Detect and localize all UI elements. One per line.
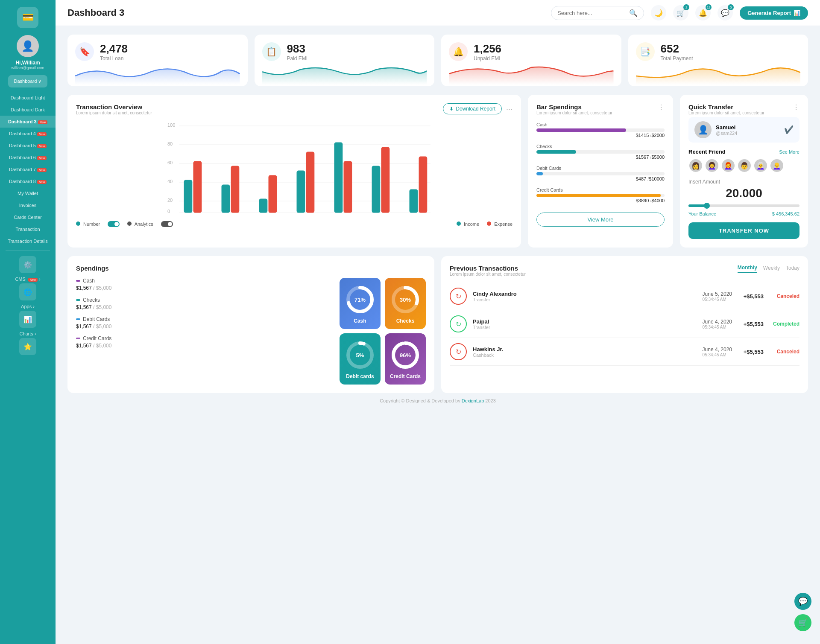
number-label: Number (83, 221, 100, 227)
amount-slider-thumb[interactable] (704, 203, 710, 209)
search-icon[interactable]: 🔍 (629, 9, 638, 17)
bar-spendings-more-icon[interactable]: ⋮ (658, 103, 665, 111)
unpaid-emi-label: Unpaid EMI (474, 55, 501, 61)
spending-checks-values: $1567 /$5000 (536, 154, 665, 160)
sidebar-item-transaction[interactable]: Transaction (0, 223, 56, 235)
spendings-checks-label: Checks (76, 297, 333, 303)
sidebar-item-label: Dashboard 7 (9, 167, 36, 172)
svg-text:71%: 71% (354, 297, 366, 303)
tx-name-1: Cindy Alexandro (473, 291, 697, 297)
sidebar-item-dashboard-6[interactable]: Dashboard 6New (0, 152, 56, 163)
sidebar-item-dashboard-light[interactable]: Dashboard Light (0, 92, 56, 104)
donut-credit-label: Credit Cards (390, 373, 421, 379)
download-report-button[interactable]: ⬇ Download Report (443, 103, 502, 114)
paid-emi-icon: 📋 (262, 42, 281, 61)
sidebar-username: Hi,William (15, 60, 40, 66)
transfer-now-button[interactable]: TRANSFER NOW (688, 222, 800, 239)
sidebar-item-dashboard-5[interactable]: Dashboard 5New (0, 140, 56, 152)
bar-spendings-card: Bar Spendings Lorem ipsum dolor sit amet… (528, 95, 673, 248)
spending-checks-label: Checks (536, 144, 665, 149)
bar-spendings-title: Bar Spendings (536, 103, 612, 111)
sidebar-item-label: Dashboard Light (11, 95, 45, 100)
transaction-overview-card: Transaction Overview Lorem ipsum dolor s… (67, 95, 521, 248)
moon-btn[interactable]: 🌙 (651, 5, 666, 20)
analytics-dot (127, 221, 132, 226)
spending-debit-fill (536, 172, 543, 175)
analytics-toggle[interactable] (161, 221, 173, 227)
new-badge: New (37, 132, 47, 136)
transaction-tabs: Monthly Weekly Today (738, 265, 800, 273)
sidebar-logo[interactable]: 💳 (17, 7, 38, 28)
search-input[interactable] (557, 10, 626, 16)
quick-transfer-card: Quick Transfer Lorem ipsum dolor sit ame… (680, 95, 808, 248)
sidebar-item-cards-center[interactable]: Cards Center (0, 211, 56, 223)
number-toggle[interactable] (108, 221, 120, 227)
bar-spendings-subtitle: Lorem ipsum dolor sit amet, consectetur (536, 111, 612, 115)
spending-checks-track (536, 150, 665, 154)
spendings-debit-amounts: $1,567 / $5,000 (76, 323, 333, 329)
donut-debit-chart: 5% (345, 340, 375, 370)
svg-rect-22 (231, 166, 240, 213)
friend-avatar-1[interactable]: 👩 (688, 158, 703, 173)
income-dot (457, 221, 461, 226)
tx-date-1: June 5, 2020 05:34:45 AM (703, 291, 732, 302)
footer-brand[interactable]: DexignLab (462, 398, 484, 403)
sidebar-item-invoices[interactable]: Invoices (0, 199, 56, 211)
support-float-btn[interactable]: 💬 (794, 593, 811, 610)
view-more-button[interactable]: View More (536, 213, 665, 227)
sidebar-item-dashboard-dark[interactable]: Dashboard Dark (0, 104, 56, 116)
bell-btn[interactable]: 🔔 12 (695, 5, 711, 20)
tab-weekly[interactable]: Weekly (763, 265, 780, 273)
chat-btn[interactable]: 💬 5 (718, 5, 733, 20)
quick-transfer-title: Quick Transfer (688, 103, 764, 111)
donut-cash-label: Cash (354, 318, 366, 324)
friend-avatar-2[interactable]: 👩‍🦱 (705, 158, 719, 173)
quick-transfer-more-icon[interactable]: ⋮ (793, 103, 800, 111)
friend-avatar-3[interactable]: 👩‍🦰 (721, 158, 735, 173)
sidebar-email: william@gmail.com (11, 66, 44, 70)
sidebar-cms-btn[interactable]: ⚙️ (19, 256, 36, 273)
paid-emi-value: 983 (287, 42, 308, 55)
friend-avatar-6[interactable]: 👩‍🦲 (770, 158, 784, 173)
sidebar-item-dashboard-3[interactable]: Dashboard 3New (0, 116, 56, 128)
sidebar-item-transaction-details[interactable]: Transaction Details (0, 235, 56, 247)
spending-credit-track (536, 194, 665, 197)
cart-badge: 2 (683, 4, 689, 10)
donut-checks: 30% Checks (385, 278, 426, 329)
spendings-cash-amounts: $1,567 / $5,000 (76, 285, 333, 291)
new-badge: New (38, 120, 47, 124)
friend-avatar-4[interactable]: 👨 (737, 158, 752, 173)
expense-legend: Expense (487, 221, 512, 227)
bell-badge: 12 (706, 4, 712, 10)
see-more-link[interactable]: See More (779, 149, 800, 154)
svg-text:0: 0 (167, 209, 170, 214)
generate-report-button[interactable]: Generate Report 📊 (740, 6, 808, 20)
sidebar-item-wallet[interactable]: My Wallet (0, 187, 56, 199)
sidebar-item-dashboard-7[interactable]: Dashboard 7New (0, 163, 56, 175)
sidebar-apps-btn[interactable]: 🌐 (19, 283, 36, 300)
tab-monthly[interactable]: Monthly (738, 265, 757, 273)
sidebar-item-dashboard-4[interactable]: Dashboard 4New (0, 128, 56, 140)
sidebar-charts-btn[interactable]: 📊 (19, 311, 36, 328)
prev-transactions-card: Previous Transactions Lorem ipsum dolor … (441, 256, 808, 393)
sidebar-apps-label: Apps › (21, 304, 35, 309)
sidebar-item-label: Transaction (15, 227, 40, 232)
download-icon: ⬇ (449, 106, 454, 112)
cart-float-btn[interactable]: 🛒 (794, 614, 811, 631)
tab-today[interactable]: Today (786, 265, 800, 273)
dashboard-dropdown-btn[interactable]: Dashboard ∨ (8, 75, 48, 87)
svg-rect-32 (419, 157, 428, 213)
cart-btn[interactable]: 🛒 2 (673, 5, 688, 20)
spendings-title: Spendings (76, 265, 426, 272)
more-options-icon[interactable]: ··· (506, 105, 512, 114)
sidebar-item-label: Dashboard Dark (11, 107, 45, 112)
spendings-content: Cash $1,567 / $5,000 Checks $1,567 / $5,… (76, 278, 426, 385)
chart-icon: 📊 (794, 10, 800, 16)
svg-rect-27 (334, 143, 343, 213)
amount-slider-fill (688, 204, 705, 207)
sidebar-star-btn[interactable]: ⭐ (19, 338, 36, 355)
friend-avatar-5[interactable]: 👩‍🦳 (753, 158, 768, 173)
donut-credit-chart: 96% (390, 340, 420, 370)
spending-checks: Checks $1567 /$5000 (536, 144, 665, 160)
sidebar-item-dashboard-8[interactable]: Dashboard 8New (0, 175, 56, 187)
